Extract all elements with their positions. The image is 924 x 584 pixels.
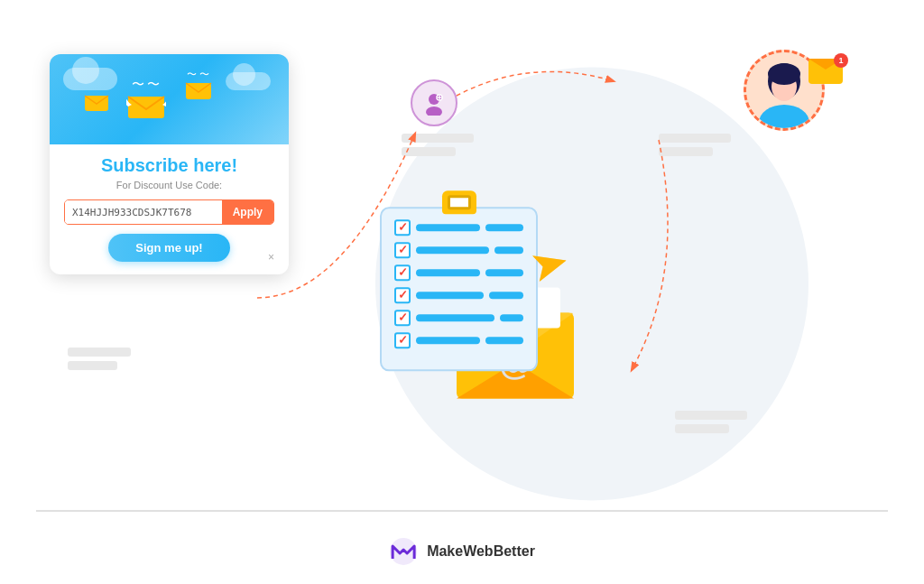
user-avatar-wrap: 1 bbox=[744, 50, 825, 131]
check-line-6 bbox=[416, 337, 480, 344]
placeholder-box bbox=[659, 134, 731, 143]
check-line-4b bbox=[489, 292, 523, 299]
check-line-3 bbox=[416, 269, 480, 276]
checkbox-6: ✓ bbox=[394, 332, 411, 348]
check-line-5b bbox=[500, 314, 523, 321]
checkbox-5: ✓ bbox=[394, 310, 411, 326]
placeholder-box bbox=[402, 134, 474, 143]
flying-envelopes: 〜 〜 〜 〜 bbox=[68, 72, 271, 118]
check-line-1b bbox=[485, 224, 523, 231]
checklist-row-5: ✓ bbox=[394, 310, 523, 326]
checklist-row-4: ✓ bbox=[394, 287, 523, 303]
clipboard-wrap: ✓ ✓ ✓ ✓ ✓ bbox=[380, 207, 538, 371]
bottom-line bbox=[36, 510, 888, 512]
placeholder-box bbox=[68, 348, 131, 357]
winged-envelope-extra bbox=[84, 93, 109, 111]
check-line-4 bbox=[416, 292, 484, 299]
subscriber-svg bbox=[421, 90, 447, 116]
svg-point-4 bbox=[426, 107, 442, 116]
main-scene: 〜 〜 〜 〜 bbox=[0, 0, 924, 584]
check-line-2b bbox=[494, 246, 523, 254]
check-line-3b bbox=[485, 269, 523, 276]
placeholder-box bbox=[675, 411, 747, 420]
placeholder-box bbox=[659, 147, 713, 156]
placeholder-box bbox=[68, 361, 117, 370]
checklist-row-1: ✓ bbox=[394, 219, 523, 236]
notification-badge: 1 bbox=[834, 53, 848, 68]
check-line-6b bbox=[485, 337, 523, 344]
checklist-row-3: ✓ bbox=[394, 264, 523, 281]
placeholder-box bbox=[675, 424, 729, 433]
discount-label: For Discount Use Code: bbox=[64, 180, 274, 190]
check-line-2 bbox=[416, 246, 489, 254]
checkbox-4: ✓ bbox=[394, 287, 411, 303]
notification-env-body: 1 bbox=[808, 59, 843, 84]
clipboard-clip bbox=[442, 190, 476, 214]
signup-button[interactable]: Sign me up! bbox=[108, 234, 229, 262]
apply-button[interactable]: Apply bbox=[222, 200, 273, 224]
check-line-1 bbox=[416, 224, 480, 231]
subscribe-title: Subscribe here! bbox=[64, 155, 274, 176]
notification-envelope: 1 bbox=[808, 59, 843, 84]
clipboard: ✓ ✓ ✓ ✓ ✓ bbox=[380, 207, 538, 371]
subscribe-card: 〜 〜 〜 〜 bbox=[50, 54, 289, 274]
checklist-row-2: ✓ bbox=[394, 242, 523, 258]
check-line-5 bbox=[416, 314, 494, 321]
signup-btn-wrap: Sign me up! bbox=[64, 234, 274, 262]
card-header: 〜 〜 〜 〜 bbox=[50, 54, 289, 144]
close-icon[interactable]: × bbox=[268, 251, 274, 264]
svg-point-13 bbox=[768, 63, 800, 85]
coupon-input[interactable] bbox=[65, 200, 222, 224]
subscriber-icon-wrap bbox=[411, 79, 457, 126]
checkbox-1: ✓ bbox=[394, 219, 411, 236]
winged-envelope-small: 〜 〜 bbox=[184, 68, 213, 118]
winged-envelope-large: 〜 〜 bbox=[126, 77, 166, 118]
footer: MakeWebBetter bbox=[389, 537, 535, 566]
subscriber-circle bbox=[411, 79, 457, 126]
brand-name: MakeWebBetter bbox=[427, 543, 535, 560]
coupon-row: Apply bbox=[64, 199, 274, 225]
checkbox-3: ✓ bbox=[394, 264, 411, 281]
brand-logo bbox=[389, 537, 418, 566]
card-body: Subscribe here! For Discount Use Code: A… bbox=[50, 144, 289, 274]
checkbox-2: ✓ bbox=[394, 242, 411, 258]
checklist-row-6: ✓ bbox=[394, 332, 523, 348]
placeholder-box bbox=[402, 147, 456, 156]
